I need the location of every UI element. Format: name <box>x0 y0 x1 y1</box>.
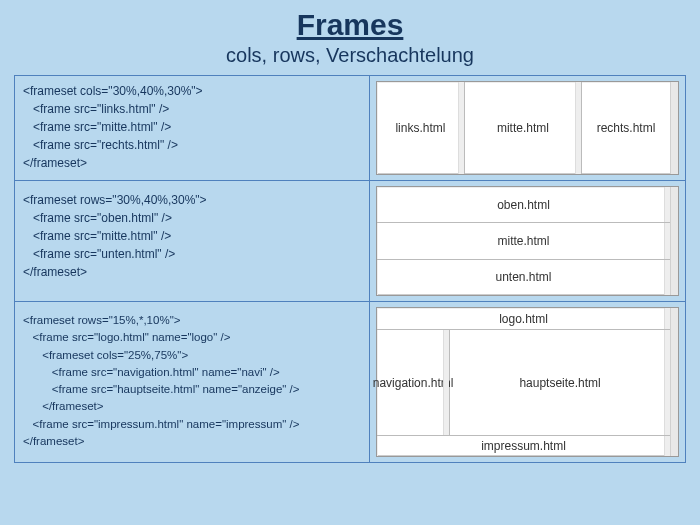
frame-pane-logo: logo.html <box>377 308 670 330</box>
frame-pane-middle: navigation.html hauptseite.html <box>377 330 670 436</box>
frame-pane-impressum: impressum.html <box>377 436 670 456</box>
code-cell: <frameset rows="15%,*,10%"> <frame src="… <box>15 302 369 462</box>
scrollbar-icon <box>670 308 678 456</box>
example-row-nested: <frameset rows="15%,*,10%"> <frame src="… <box>15 302 685 462</box>
code-line: <frameset cols="25%,75%"> <box>23 347 361 364</box>
code-line: <frame src="links.html" /> <box>23 100 361 118</box>
frame-label: logo.html <box>499 312 548 326</box>
frame-label: oben.html <box>497 198 550 212</box>
frame-pane-nav: navigation.html <box>377 330 450 435</box>
code-line: <frameset rows="15%,*,10%"> <box>23 312 361 329</box>
code-line: </frameset> <box>23 398 361 415</box>
frame-pane: unten.html <box>377 260 670 295</box>
example-row-cols: <frameset cols="30%,40%,30%"> <frame src… <box>15 76 685 181</box>
code-line: </frameset> <box>23 154 361 172</box>
scrollbar-icon <box>443 330 449 435</box>
code-line: <frame src="rechts.html" /> <box>23 136 361 154</box>
code-line: <frameset rows="30%,40%,30%"> <box>23 191 361 209</box>
scrollbar-icon <box>458 82 464 174</box>
preview-cell: links.html mitte.html rechts.html <box>369 76 685 180</box>
code-line: <frame src="mitte.html" /> <box>23 118 361 136</box>
code-line: <frame src="navigation.html" name="navi"… <box>23 364 361 381</box>
frame-pane: mitte.html <box>465 82 582 174</box>
page-title: Frames <box>14 8 686 42</box>
code-line: <frame src="unten.html" /> <box>23 245 361 263</box>
frame-label: impressum.html <box>481 439 566 453</box>
preview-cell: oben.html mitte.html unten.html <box>369 181 685 301</box>
frame-pane: links.html <box>377 82 465 174</box>
code-cell: <frameset cols="30%,40%,30%"> <frame src… <box>15 76 369 180</box>
code-cell: <frameset rows="30%,40%,30%"> <frame src… <box>15 181 369 301</box>
frame-label: hauptseite.html <box>519 376 600 390</box>
code-line: <frame src="oben.html" /> <box>23 209 361 227</box>
frame-pane: oben.html <box>377 187 670 223</box>
frame-label: rechts.html <box>597 121 656 135</box>
example-row-rows: <frameset rows="30%,40%,30%"> <frame src… <box>15 181 685 302</box>
scrollbar-icon <box>670 187 678 295</box>
frame-label: mitte.html <box>497 121 549 135</box>
preview-cell: logo.html navigation.html hauptseite.htm… <box>369 302 685 462</box>
code-line: <frame src="impressum.html" name="impres… <box>23 416 361 433</box>
code-line: </frameset> <box>23 433 361 450</box>
browser-preview-nested: logo.html navigation.html hauptseite.htm… <box>376 307 679 457</box>
page-subtitle: cols, rows, Verschachtelung <box>14 44 686 67</box>
scrollbar-icon <box>575 82 581 174</box>
code-line: <frame src="hauptseite.html" name="anzei… <box>23 381 361 398</box>
frame-label: unten.html <box>495 270 551 284</box>
frame-pane: rechts.html <box>582 82 670 174</box>
browser-preview-cols: links.html mitte.html rechts.html <box>376 81 679 175</box>
frame-pane: mitte.html <box>377 223 670 259</box>
frame-label: navigation.html <box>373 376 454 390</box>
frame-label: links.html <box>395 121 445 135</box>
code-line: <frame src="mitte.html" /> <box>23 227 361 245</box>
scrollbar-icon <box>670 82 678 174</box>
frame-label: mitte.html <box>497 234 549 248</box>
browser-preview-rows: oben.html mitte.html unten.html <box>376 186 679 296</box>
code-line: <frameset cols="30%,40%,30%"> <box>23 82 361 100</box>
frame-pane-main: hauptseite.html <box>450 330 670 435</box>
code-line: <frame src="logo.html" name="logo" /> <box>23 329 361 346</box>
examples-table: <frameset cols="30%,40%,30%"> <frame src… <box>14 75 686 463</box>
code-line: </frameset> <box>23 263 361 281</box>
